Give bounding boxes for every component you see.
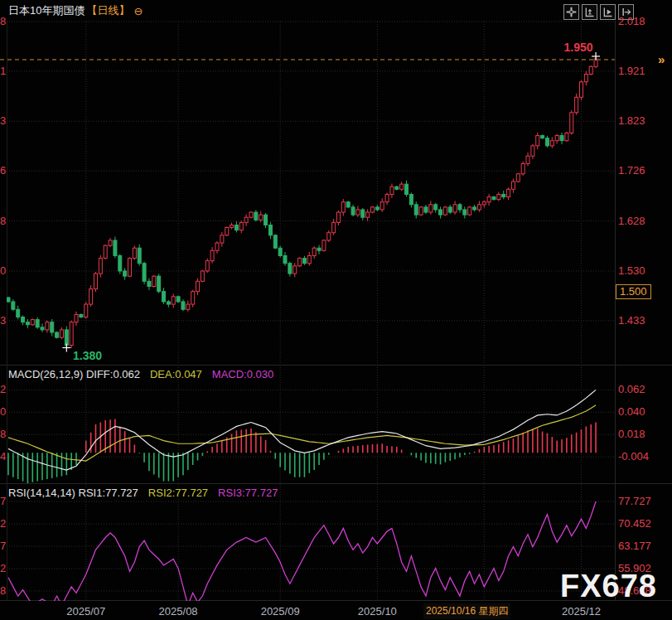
rsi-title-rsi1-value: RSI(14,14,14) RSI1:77.727 bbox=[8, 487, 138, 499]
auto-scale-axis-button[interactable] bbox=[600, 4, 616, 20]
fx678-watermark: FX678 bbox=[560, 569, 657, 604]
instrument-title: 日本10年期国债 【日线】 ⊖ bbox=[8, 3, 143, 18]
time-axis-tick: 2025/07 bbox=[66, 605, 105, 618]
period-tag: 【日线】 bbox=[86, 3, 129, 18]
chart-toolbar bbox=[563, 4, 634, 20]
chart-app: » 日本10年期国债 【日线】 ⊖ bbox=[0, 0, 672, 620]
instrument-name: 日本10年期国债 bbox=[8, 3, 85, 18]
fit-vertical-axis-button[interactable] bbox=[582, 4, 597, 20]
collapse-icon[interactable]: ⊖ bbox=[133, 5, 143, 17]
high-marker-cross bbox=[592, 52, 600, 61]
macd-title-diff-value: MACD(26,12,9) DIFF:0.062 bbox=[8, 368, 140, 380]
macd-series bbox=[8, 390, 596, 483]
macd-indicator-row: MACD(26,12,9) DIFF:0.062DEA:0.047MACD:0.… bbox=[8, 368, 273, 380]
go-to-latest-button[interactable] bbox=[618, 4, 634, 20]
auto-scale-axis-icon bbox=[602, 6, 614, 18]
rsi2-value: RSI2:77.727 bbox=[148, 487, 208, 499]
rsi-series bbox=[8, 501, 596, 605]
high-price-marker-label: 1.950 bbox=[563, 41, 592, 54]
rsi-indicator-row: RSI(14,14,14) RSI1:77.727RSI2:77.727RSI3… bbox=[8, 487, 278, 499]
candlestick-series bbox=[7, 56, 597, 348]
time-axis-tick: 2025/10 bbox=[358, 605, 397, 618]
go-to-latest-icon bbox=[620, 6, 632, 18]
pan-crosshair-button[interactable] bbox=[563, 4, 579, 20]
time-axis-tick: 2025/09 bbox=[261, 605, 300, 618]
current-price-arrow-icon: » bbox=[658, 52, 665, 66]
dea-value: DEA:0.047 bbox=[150, 368, 202, 380]
time-axis-tick: 2025/12 bbox=[562, 605, 601, 618]
pan-crosshair-icon bbox=[565, 6, 578, 18]
time-axis-tick: 2025/08 bbox=[159, 605, 198, 618]
chart-canvas[interactable]: » bbox=[0, 0, 672, 620]
price-alert-axis-label[interactable]: 1.500 bbox=[616, 284, 651, 299]
fit-vertical-axis-icon bbox=[583, 6, 596, 18]
rsi3-value: RSI3:77.727 bbox=[218, 487, 278, 499]
crosshair-date-label: 2025/10/16 星期四 bbox=[423, 603, 510, 619]
macd-value: MACD:0.030 bbox=[212, 368, 273, 380]
low-price-marker-label: 1.380 bbox=[73, 349, 102, 362]
